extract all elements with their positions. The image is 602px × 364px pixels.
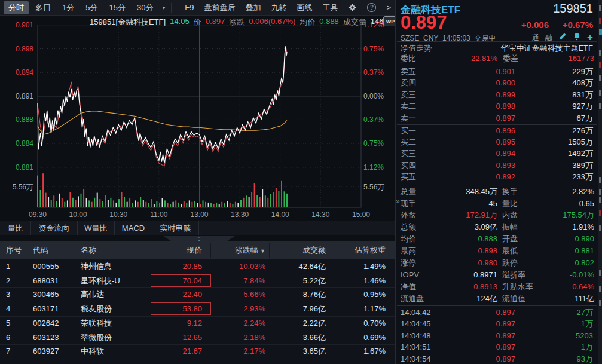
stat-value: 172.91万 xyxy=(444,210,497,221)
add-to-watchlist-icon[interactable]: + xyxy=(587,33,593,42)
volume-bar xyxy=(194,201,195,207)
stat-label: 跌停 xyxy=(502,258,538,268)
volume-bar xyxy=(210,203,212,207)
ask-row[interactable]: 卖三0.899831万 xyxy=(396,90,598,100)
column-header-代码[interactable]: 代码 xyxy=(33,241,75,259)
intraday-chart-panel[interactable]: 159851[金融科技ETF]14:05价0.897涨跌0.006(0.67%)… xyxy=(0,16,395,221)
tab-period-多日[interactable]: 多日 xyxy=(30,1,56,14)
volume-bar xyxy=(135,200,136,207)
column-header-名称[interactable]: 名称 xyxy=(81,241,146,259)
green-box-fragment xyxy=(600,323,602,329)
volume-bar xyxy=(213,204,215,207)
volume-bar xyxy=(243,198,245,207)
intraday-chart[interactable] xyxy=(0,16,395,221)
help-icon[interactable]: ? xyxy=(367,3,376,12)
table-row[interactable]: 2688031星环科技-U70.047.84%5.22亿1.46% xyxy=(0,274,395,288)
indicator-tab-W量比[interactable]: W量比 xyxy=(78,221,115,235)
table-row[interactable]: 1000555神州信息20.8510.03%42.64亿1.49% xyxy=(0,259,395,274)
collapse-handle[interactable]: ⌄⌄ xyxy=(163,236,235,241)
cell-seq: 4 xyxy=(6,302,29,316)
ask-row[interactable]: 卖五0.901229万 xyxy=(396,66,598,77)
book-price: 0.893 xyxy=(467,160,515,171)
book-volume: 1492万 xyxy=(533,148,593,159)
toolbar-action-九转[interactable]: 九转 xyxy=(271,2,286,13)
bid-row[interactable]: 买五0.892233万 xyxy=(396,172,598,182)
table-row[interactable]: 4603171税友股份53.802.93%7.96亿1.17% xyxy=(0,302,395,316)
book-volume: 408万 xyxy=(533,78,593,88)
fund-label: 流通盘 xyxy=(401,293,436,304)
toolbar-action-盘前盘后[interactable]: 盘前盘后 xyxy=(204,2,235,13)
volume-bar xyxy=(69,192,71,208)
price-flash-box xyxy=(151,302,211,315)
column-header-涨跌幅[interactable]: 涨跌幅▼ xyxy=(206,241,265,259)
tab-period-5分[interactable]: 5分 xyxy=(81,1,102,14)
time-axis-label: 10:30 xyxy=(100,210,136,219)
table-row[interactable]: 7603927中科软21.672.17%3.65亿1.67% xyxy=(0,344,395,359)
book-level-label: 卖三 xyxy=(401,90,424,100)
glyph-fragment xyxy=(599,90,601,96)
cell-name: 星环科技-U xyxy=(81,274,146,288)
tick-row[interactable]: 14:04:540.89793万 xyxy=(396,354,598,364)
ask-row[interactable]: 卖一0.89767万 xyxy=(396,113,598,124)
volume-bar xyxy=(235,202,236,207)
toolbar-action-画线[interactable]: 画线 xyxy=(297,2,312,13)
collapse-panel-arrow[interactable]: » xyxy=(396,197,400,206)
sort-desc-icon[interactable]: ▼ xyxy=(260,248,265,254)
bid-row[interactable]: 买四0.893389万 xyxy=(396,160,598,171)
volume-bar xyxy=(200,204,201,207)
tick-row[interactable]: 14:04:450.8971万 xyxy=(396,319,598,329)
time-axis-label: 11:00 xyxy=(141,210,177,219)
tick-row[interactable]: 14:04:480.8975203 xyxy=(396,331,598,341)
volume-bar xyxy=(197,203,198,207)
right-axis-label: 0.75% xyxy=(363,139,393,148)
ask-row[interactable]: 卖四0.900408万 xyxy=(396,78,598,88)
toolbar-action-工具[interactable]: 工具 xyxy=(322,2,338,13)
column-header-估算权重[interactable]: 估算权重 xyxy=(326,241,386,259)
table-row[interactable]: 3300465高伟达22.405.66%8.76亿0.95% xyxy=(0,287,395,302)
volume-bar xyxy=(232,204,233,207)
indicator-tab-MACD[interactable]: MACD xyxy=(115,221,152,235)
book-price: 0.895 xyxy=(467,137,515,148)
column-header-序号[interactable]: 序号 xyxy=(6,241,29,259)
indicator-tab-量比[interactable]: 量比 xyxy=(0,221,31,235)
glyph-fragment xyxy=(599,189,601,195)
tab-period-15分[interactable]: 15分 xyxy=(104,1,130,14)
settings-gear-icon[interactable] xyxy=(348,3,357,12)
volume-bar xyxy=(88,200,90,207)
volume-bar xyxy=(273,192,274,208)
cell-turnover: 3.66亿 xyxy=(266,331,326,345)
dropdown-caret-icon[interactable]: ▾ xyxy=(162,4,165,11)
expand-chevron-icon[interactable]: > xyxy=(386,3,391,12)
volume-bar xyxy=(137,202,139,207)
volume-bar xyxy=(151,199,152,207)
time-axis-label: 09:30 xyxy=(20,210,56,219)
panel-splitter[interactable]: ⌄⌄ xyxy=(0,236,395,241)
bid-row[interactable]: 买三0.8941492万 xyxy=(396,148,598,159)
volume-bar xyxy=(249,197,250,207)
fund-value: 111亿 xyxy=(540,293,594,304)
toolbar-actions: F9盘前盘后叠加九转画线工具?> xyxy=(185,2,391,13)
book-level-label: 卖四 xyxy=(401,78,424,88)
toolbar-action-叠加[interactable]: 叠加 xyxy=(245,2,261,13)
tab-period-1分[interactable]: 1分 xyxy=(57,1,79,14)
indicator-tab-资金流向[interactable]: 资金流向 xyxy=(31,221,78,235)
time-axis-label: 13:30 xyxy=(222,210,258,219)
column-header-成交额[interactable]: 成交额 xyxy=(266,241,326,259)
bid-row[interactable]: 买二0.8951505万 xyxy=(396,137,598,148)
ask-row[interactable]: 卖二0.898927万 xyxy=(396,101,598,112)
tab-period-30分[interactable]: 30分 xyxy=(132,1,158,14)
indicator-tab-实时申赎[interactable]: 实时申赎 xyxy=(152,221,199,235)
cell-code: 603927 xyxy=(33,344,75,359)
table-row[interactable]: 6603123翠微股份12.652.18%3.66亿0.69% xyxy=(0,331,395,345)
bid-row[interactable]: 买一0.896276万 xyxy=(396,126,598,136)
tick-row[interactable]: 14:04:510.8971万 xyxy=(396,342,598,353)
volume-bar xyxy=(105,195,106,207)
stat-label: 振幅 xyxy=(502,222,538,233)
tab-period-分时[interactable]: 分时 xyxy=(4,1,29,14)
cell-weight: 0.69% xyxy=(326,331,386,345)
table-row[interactable]: 5002642荣联科技9.122.24%2.22亿0.70% xyxy=(0,316,395,331)
volume-bar xyxy=(259,197,261,207)
toolbar-action-F9[interactable]: F9 xyxy=(185,3,194,12)
tick-row[interactable]: 14:04:420.89727万 xyxy=(396,307,598,318)
column-header-现价[interactable]: 现价 xyxy=(142,241,202,259)
